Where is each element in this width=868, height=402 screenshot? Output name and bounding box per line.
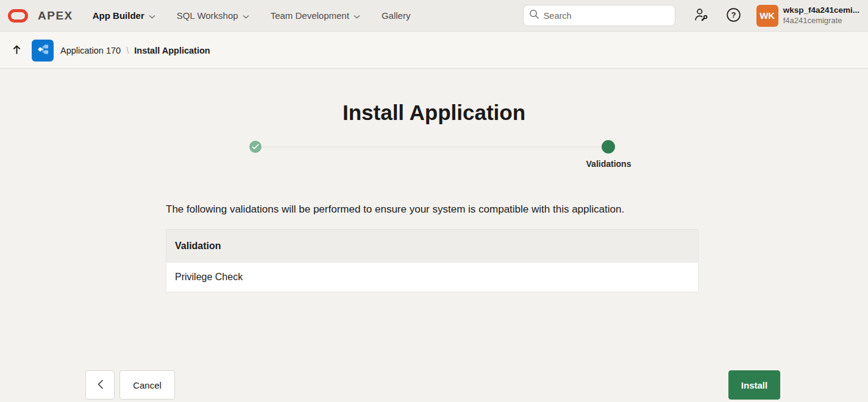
nav-sql-workshop[interactable]: SQL Workshop <box>177 10 249 21</box>
oracle-logo-icon <box>8 9 28 23</box>
nav-sql-workshop-label: SQL Workshop <box>177 10 238 21</box>
user-info: wksp_f4a241cemi... f4a241cemigrate <box>783 5 859 26</box>
help-icon: ? <box>725 7 742 25</box>
chevron-down-icon <box>149 10 155 21</box>
brand-logo[interactable]: APEX <box>8 9 73 23</box>
brand-name: APEX <box>38 9 73 23</box>
nav-gallery[interactable]: Gallery <box>382 10 411 21</box>
chevron-down-icon <box>354 10 360 21</box>
nav-app-builder-label: App Builder <box>93 10 144 21</box>
help-button[interactable]: ? <box>725 7 742 25</box>
validation-description: The following validations will be perfor… <box>166 203 624 216</box>
workspace-name: f4a241cemigrate <box>783 16 859 26</box>
application-icon[interactable] <box>32 40 54 62</box>
user-name: wksp_f4a241cemi... <box>783 5 859 16</box>
admin-tools-button[interactable] <box>692 7 709 25</box>
checkmark-icon <box>252 141 259 152</box>
arrow-up-icon <box>12 44 22 57</box>
search-icon <box>529 9 539 22</box>
table-header: Validation <box>166 230 698 263</box>
wizard-step-label: Validations <box>572 159 646 169</box>
nav-app-builder[interactable]: App Builder <box>93 10 155 21</box>
nav-team-development-label: Team Development <box>271 10 349 21</box>
chevron-left-icon <box>97 379 104 391</box>
search-box[interactable] <box>523 5 675 26</box>
wizard-step-current <box>602 140 615 153</box>
page-title: Install Application <box>0 100 868 125</box>
user-wrench-icon <box>692 7 709 25</box>
back-button[interactable] <box>85 370 115 400</box>
breadcrumb-separator: \ <box>126 45 129 55</box>
navigate-up-button[interactable] <box>9 42 24 59</box>
app-tree-icon <box>36 43 49 58</box>
wizard-progress-track <box>255 146 609 147</box>
chevron-down-icon <box>243 10 249 21</box>
nav-gallery-label: Gallery <box>382 10 411 21</box>
breadcrumb-application[interactable]: Application 170 <box>60 46 121 55</box>
svg-text:?: ? <box>731 10 736 19</box>
wizard-step-complete <box>249 141 261 153</box>
app-header: APEX App Builder SQL Workshop Team Devel… <box>0 0 868 32</box>
main-nav: App Builder SQL Workshop Team Developmen… <box>93 10 411 21</box>
nav-team-development[interactable]: Team Development <box>271 10 360 21</box>
header-right: ? WK wksp_f4a241cemi... f4a241cemigrate <box>523 5 868 27</box>
cancel-button[interactable]: Cancel <box>119 370 175 400</box>
user-menu[interactable]: WK wksp_f4a241cemi... f4a241cemigrate <box>756 5 859 27</box>
install-button[interactable]: Install <box>728 370 780 400</box>
validation-table: Validation Privilege Check <box>166 229 699 292</box>
breadcrumb-bar: Application 170 \ Install Application <box>0 32 868 69</box>
breadcrumb-current-page: Install Application <box>134 46 210 55</box>
search-input[interactable] <box>544 11 669 21</box>
avatar: WK <box>756 5 778 27</box>
table-row: Privilege Check <box>166 263 698 292</box>
